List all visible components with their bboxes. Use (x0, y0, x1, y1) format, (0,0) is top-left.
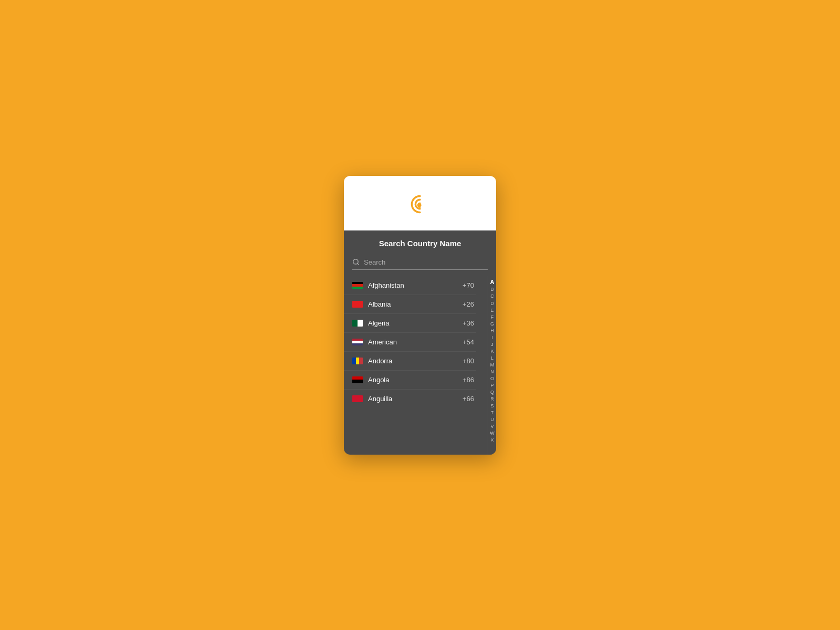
modal-header (344, 176, 496, 230)
alpha-letter-b[interactable]: B (488, 286, 496, 293)
list-item[interactable]: Andorra+80 (344, 352, 476, 371)
country-list: Afghanistan+70Albania+26Algeria+36Americ… (344, 276, 488, 455)
list-item[interactable]: Afghanistan+70 (344, 276, 476, 295)
search-title: Search Country Name (344, 230, 496, 253)
country-search-modal: Search Country Name Afghanistan+70Albani… (344, 176, 496, 455)
search-box (352, 256, 488, 270)
flag-ai (352, 395, 363, 402)
list-item[interactable]: Anguilla+66 (344, 390, 476, 408)
country-name: Albania (368, 300, 463, 308)
alpha-letter-s[interactable]: S (488, 403, 496, 410)
alpha-letter-i[interactable]: I (488, 334, 496, 341)
flag-dz (352, 320, 363, 327)
alpha-letter-x[interactable]: X (488, 437, 496, 444)
alpha-letter-n[interactable]: N (488, 369, 496, 375)
country-name: Angola (368, 376, 463, 384)
alpha-letter-v[interactable]: V (488, 423, 496, 430)
list-area: Afghanistan+70Albania+26Algeria+36Americ… (344, 276, 496, 455)
alpha-letter-g[interactable]: G (488, 321, 496, 328)
alpha-letter-r[interactable]: R (488, 396, 496, 403)
country-name: American (368, 338, 463, 346)
alpha-letter-d[interactable]: D (488, 300, 496, 307)
flag-as (352, 339, 363, 345)
list-item[interactable]: Albania+26 (344, 295, 476, 314)
alphabet-sidebar: ABCDEFGHIJKLMNOPQRSTUVWX (488, 276, 496, 455)
search-icon (352, 258, 360, 266)
alpha-letter-q[interactable]: Q (488, 389, 496, 396)
flag-ad (352, 358, 363, 364)
svg-point-0 (418, 204, 421, 206)
alpha-letter-o[interactable]: O (488, 375, 496, 382)
flag-ao (352, 376, 363, 383)
alpha-letter-k[interactable]: K (488, 348, 496, 355)
alpha-letter-w[interactable]: W (488, 430, 496, 437)
country-code: +70 (463, 281, 474, 289)
alpha-letter-t[interactable]: T (488, 410, 496, 416)
country-code: +80 (463, 357, 474, 365)
flag-af (352, 282, 363, 289)
alpha-letter-a[interactable]: A (488, 278, 496, 287)
alpha-letter-m[interactable]: M (488, 362, 496, 369)
country-code: +54 (463, 338, 474, 346)
alpha-letter-c[interactable]: C (488, 293, 496, 300)
alpha-letter-e[interactable]: E (488, 307, 496, 314)
list-item[interactable]: Angola+86 (344, 371, 476, 390)
app-logo (406, 191, 434, 218)
alpha-letter-h[interactable]: H (488, 328, 496, 334)
country-code: +36 (463, 319, 474, 327)
list-item[interactable]: American+54 (344, 333, 476, 352)
country-code: +86 (463, 376, 474, 384)
country-name: Afghanistan (368, 281, 463, 289)
flag-al (352, 301, 363, 308)
list-item[interactable]: Algeria+36 (344, 314, 476, 333)
country-code: +26 (463, 300, 474, 308)
alpha-letter-j[interactable]: J (488, 341, 496, 348)
alpha-letter-f[interactable]: F (488, 314, 496, 321)
country-name: Andorra (368, 357, 463, 365)
country-name: Anguilla (368, 395, 463, 403)
alpha-letter-p[interactable]: P (488, 382, 496, 389)
alpha-letter-l[interactable]: L (488, 355, 496, 362)
svg-line-2 (358, 264, 359, 265)
search-input[interactable] (364, 258, 488, 266)
alpha-letter-u[interactable]: U (488, 416, 496, 423)
country-code: +66 (463, 395, 474, 403)
country-name: Algeria (368, 319, 463, 327)
modal-body: Search Country Name Afghanistan+70Albani… (344, 230, 496, 455)
